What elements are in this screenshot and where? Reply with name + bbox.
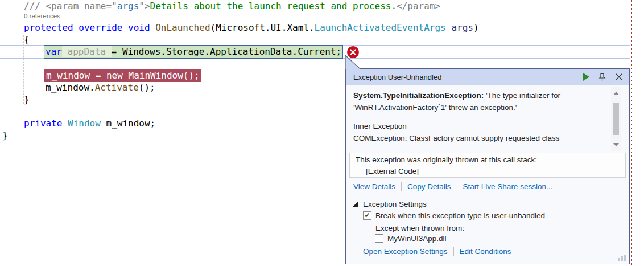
module-checkbox[interactable]: ✓ bbox=[375, 234, 383, 243]
collapse-expander-icon[interactable] bbox=[353, 202, 358, 207]
module-label: MyWinUI3App.dll bbox=[387, 234, 447, 243]
action-links: View DetailsCopy DetailsStart Live Share… bbox=[353, 182, 552, 191]
message-scrollbar[interactable] bbox=[611, 87, 621, 151]
except-when-label: Except when thrown from: bbox=[375, 224, 464, 232]
current-statement-highlight: var appData = Windows.Storage.Applicatio… bbox=[44, 46, 342, 58]
inner-exception-label: Inner Exception bbox=[353, 120, 604, 132]
code-line[interactable]: /// <param name="args">Details about the… bbox=[0, 0, 644, 12]
inner-exception-text: COMException: ClassFactory cannot supply… bbox=[353, 132, 604, 144]
exception-settings-header[interactable]: Exception Settings bbox=[353, 200, 427, 208]
break-option-row: ✓ Break when this exception type is user… bbox=[363, 211, 545, 220]
popup-callout-tail bbox=[345, 55, 362, 69]
resize-grip[interactable] bbox=[618, 255, 626, 261]
open-exception-settings-link[interactable]: Open Exception Settings bbox=[363, 247, 448, 256]
inner-exception-block: Inner Exception COMException: ClassFacto… bbox=[353, 120, 604, 144]
code-line[interactable]: var appData = Windows.Storage.Applicatio… bbox=[0, 46, 644, 58]
popup-titlebar[interactable]: Exception User-Unhandled bbox=[346, 69, 629, 85]
live-share-link[interactable]: Start Live Share session... bbox=[463, 182, 553, 191]
view-details-link[interactable]: View Details bbox=[353, 182, 395, 191]
titlebar-buttons bbox=[583, 69, 624, 85]
break-option-label: Break when this exception type is user-u… bbox=[375, 211, 545, 220]
editor-stage: /// <param name="args">Details about the… bbox=[0, 0, 644, 266]
callstack-intro: This exception was originally thrown at … bbox=[356, 154, 620, 166]
edit-conditions-link[interactable]: Edit Conditions bbox=[460, 247, 511, 256]
callstack-frame[interactable]: [External Code] bbox=[356, 166, 620, 177]
codelens-references[interactable]: 0 references bbox=[0, 12, 644, 22]
popup-title: Exception User-Unhandled bbox=[353, 73, 441, 81]
break-checkbox[interactable]: ✓ bbox=[363, 211, 371, 220]
exception-source-highlight: m_window = new MainWindow(); bbox=[44, 69, 201, 82]
exception-message: System.TypeInitializationException: 'The… bbox=[353, 89, 604, 113]
exception-settings-label: Exception Settings bbox=[363, 200, 427, 208]
link-separator bbox=[453, 247, 454, 256]
code-line[interactable]: { bbox=[0, 34, 644, 46]
scroll-down-icon[interactable] bbox=[613, 143, 619, 146]
pin-icon[interactable] bbox=[597, 72, 606, 81]
x-glyph bbox=[350, 49, 356, 55]
scroll-up-icon[interactable] bbox=[613, 92, 619, 95]
code-line[interactable]: protected override void OnLaunched(Micro… bbox=[0, 22, 644, 34]
exception-helper-popup: Exception User-Unhandled System.TypeInit… bbox=[345, 68, 630, 264]
link-separator bbox=[401, 182, 402, 191]
close-icon[interactable] bbox=[614, 72, 624, 81]
link-separator bbox=[457, 182, 457, 191]
module-option-row: ✓ MyWinUI3App.dll bbox=[375, 234, 447, 243]
callstack-box: This exception was originally thrown at … bbox=[349, 153, 626, 178]
copy-details-link[interactable]: Copy Details bbox=[407, 182, 451, 191]
exception-type: System.TypeInitializationException: bbox=[353, 91, 484, 100]
scrollbar-thumb[interactable] bbox=[613, 103, 619, 135]
settings-links: Open Exception SettingsEdit Conditions bbox=[363, 247, 511, 256]
column-guide-line bbox=[631, 0, 632, 266]
continue-play-icon[interactable] bbox=[583, 73, 589, 81]
